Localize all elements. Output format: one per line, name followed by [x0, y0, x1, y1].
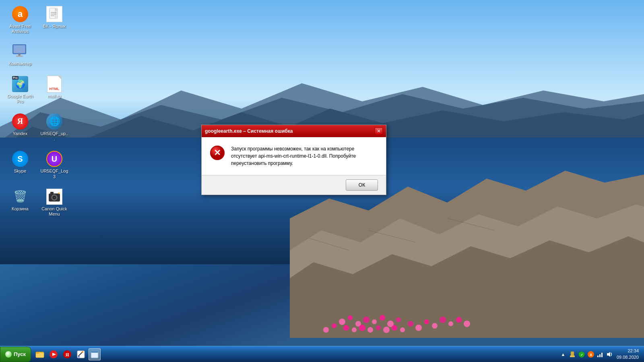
desktop-icons-container: a Avast Free Antivirus — [4, 4, 70, 219]
svg-rect-53 — [50, 192, 54, 194]
svg-point-30 — [332, 323, 336, 328]
yandex-label: Yandex — [13, 131, 28, 136]
u-icon-img: U — [46, 151, 62, 167]
svg-rect-70 — [91, 351, 98, 353]
svg-point-25 — [400, 327, 405, 332]
svg-point-15 — [380, 315, 385, 321]
svg-marker-79 — [607, 352, 610, 357]
desktop-icon-google-earth[interactable]: Pro 🌍 Google Earth Pro — [4, 74, 36, 106]
taskbar-icon-paint[interactable] — [75, 348, 87, 360]
svg-text:Я: Я — [65, 352, 69, 358]
svg-text:✓: ✓ — [580, 353, 583, 357]
canon-icon: ★ — [46, 189, 62, 205]
mailru-label: mail.ru — [47, 94, 61, 99]
computer-icon — [12, 43, 28, 60]
tray-icon-volume[interactable] — [605, 350, 613, 358]
svg-rect-47 — [16, 56, 23, 57]
svg-point-32 — [440, 317, 446, 323]
desktop: a Avast Free Antivirus — [0, 0, 644, 362]
desktop-icon-ur5eqf-log3[interactable]: U UR5EQF_Log 3 — [38, 149, 70, 181]
ur5eqf-up-label: UR5EQF_up... — [40, 131, 68, 142]
svg-point-26 — [408, 321, 413, 327]
ur5eqf-log3-label: UR5EQF_Log 3 — [40, 169, 68, 179]
dialog-footer: ОК — [202, 175, 386, 195]
skype-icon-img: S — [12, 151, 28, 167]
globe-icon-img: 🌐 — [46, 113, 62, 130]
start-button[interactable]: Пуск — [0, 347, 31, 362]
vk-label: ВК - Ярлык — [43, 24, 66, 29]
svg-rect-76 — [597, 356, 599, 357]
desktop-icon-ur5eqf-up[interactable]: 🌐 UR5EQF_up... — [38, 111, 70, 144]
desktop-icon-skype[interactable]: S Skype — [4, 149, 36, 181]
clock-date: 09.08.2020 — [617, 354, 639, 360]
svg-point-22 — [376, 325, 381, 330]
taskbar-icon-explorer[interactable] — [34, 348, 46, 360]
skype-label: Skype — [14, 169, 27, 174]
start-label: Пуск — [14, 351, 26, 357]
taskbar-icon-yandex-browser[interactable]: Я — [61, 348, 73, 360]
dialog-close-button[interactable]: ✕ — [375, 128, 383, 135]
svg-point-29 — [432, 323, 438, 329]
error-dialog: googleearth.exe – Системная ошибка ✕ ✕ З… — [201, 125, 386, 195]
svg-point-28 — [424, 319, 429, 324]
vk-icon-container — [46, 6, 62, 22]
dialog-body: ✕ Запуск программы невозможен, так как н… — [202, 137, 386, 175]
tray-icon-signal[interactable] — [596, 350, 604, 358]
mailru-icon: HTML — [46, 76, 62, 92]
canon-label: Canon Quick Menu — [40, 206, 68, 217]
system-tray: ▲ ✓ a — [559, 348, 644, 360]
svg-point-14 — [372, 319, 377, 324]
start-orb — [5, 351, 12, 358]
dialog-message: Запуск программы невозможен, так как на … — [231, 145, 356, 167]
tray-icon-avast-tray[interactable]: a — [587, 350, 595, 358]
computer-label: Компьютер — [9, 61, 32, 66]
svg-rect-72 — [570, 356, 575, 357]
svg-point-11 — [348, 315, 353, 320]
google-earth-label: Google Earth Pro — [6, 94, 34, 104]
tray-expand-button[interactable]: ▲ — [559, 350, 567, 358]
flowers-background — [322, 193, 644, 338]
ge-icon-img: Pro 🌍 — [12, 76, 28, 92]
desktop-icon-avast[interactable]: a Avast Free Antivirus — [4, 4, 36, 36]
svg-point-21 — [367, 327, 373, 333]
svg-point-52 — [54, 197, 55, 198]
svg-text:✕: ✕ — [214, 148, 221, 158]
desktop-icon-trash[interactable]: 🗑️ Корзина — [4, 187, 36, 219]
dialog-titlebar: googleearth.exe – Системная ошибка ✕ — [202, 125, 386, 137]
svg-point-24 — [392, 325, 397, 331]
svg-point-33 — [448, 321, 453, 326]
tray-icon-usb[interactable] — [568, 350, 576, 358]
svg-point-68 — [78, 356, 80, 358]
svg-point-27 — [415, 325, 422, 331]
svg-point-31 — [323, 327, 329, 333]
svg-point-19 — [352, 327, 357, 332]
taskbar-icon-active-window[interactable] — [89, 348, 101, 360]
error-icon: ✕ — [210, 145, 225, 160]
svg-rect-45 — [14, 45, 25, 53]
avast-label: Avast Free Antivirus — [6, 24, 34, 34]
html-icon-img: HTML — [47, 76, 62, 93]
avast-icon: a — [12, 6, 28, 22]
clock-time: 22:34 — [617, 348, 639, 354]
system-clock[interactable]: 22:34 09.08.2020 — [615, 348, 641, 360]
taskbar-icon-media[interactable] — [47, 348, 60, 360]
svg-point-35 — [464, 321, 470, 327]
svg-text:★: ★ — [58, 191, 60, 195]
svg-rect-77 — [599, 354, 601, 357]
skype-icon: S — [12, 151, 28, 167]
ok-button[interactable]: ОК — [346, 179, 378, 191]
svg-rect-78 — [601, 353, 603, 357]
svg-rect-46 — [18, 54, 21, 56]
desktop-icon-mailru[interactable]: HTML mail.ru — [38, 74, 70, 106]
desktop-icon-computer[interactable]: Компьютер — [4, 41, 36, 68]
svg-point-34 — [456, 317, 462, 323]
desktop-icon-vk[interactable]: ВК - Ярлык — [38, 4, 70, 36]
desktop-icon-canon[interactable]: ★ Canon Quick Menu — [38, 187, 70, 219]
trash-icon-img: 🗑️ — [12, 189, 28, 205]
vk-icon — [46, 6, 62, 22]
tray-icon-antivirus[interactable]: ✓ — [578, 350, 586, 358]
desktop-icon-yandex[interactable]: Я Yandex — [4, 111, 36, 144]
svg-rect-60 — [36, 352, 39, 354]
avast-icon-img: a — [12, 6, 28, 22]
svg-point-20 — [359, 325, 365, 331]
